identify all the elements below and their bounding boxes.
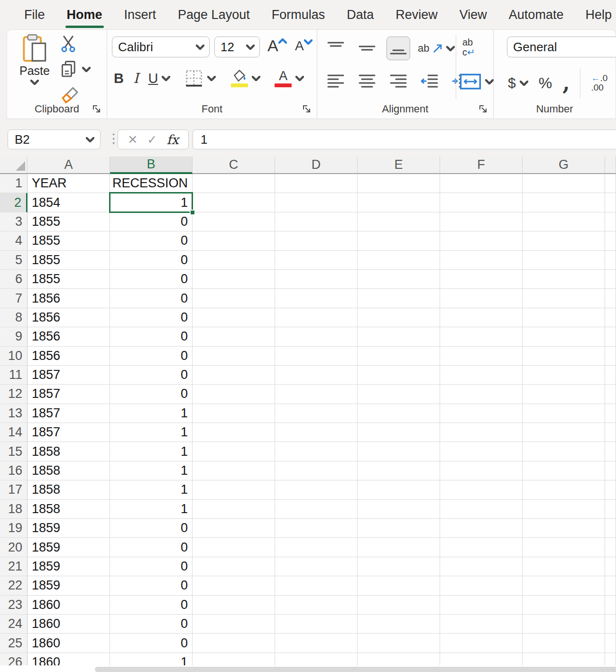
cell-C14[interactable] [193, 423, 275, 442]
cell-A8[interactable]: 1856 [28, 308, 110, 327]
cell-F7[interactable] [440, 289, 523, 308]
cell-F15[interactable] [440, 442, 523, 461]
cell-A1[interactable]: YEAR [28, 174, 110, 193]
cell-F8[interactable] [440, 308, 523, 327]
cell-E6[interactable] [358, 270, 440, 289]
cell-C13[interactable] [193, 404, 275, 423]
row-header-12[interactable]: 12 [0, 385, 28, 404]
cell-F4[interactable] [440, 231, 523, 250]
cell-G9[interactable] [523, 327, 605, 346]
merge-center-button[interactable] [460, 74, 494, 90]
cell-partial-2[interactable] [605, 193, 616, 212]
fill-color-button[interactable] [231, 69, 260, 87]
cell-G22[interactable] [523, 576, 605, 595]
cell-B1[interactable]: RECESSION [110, 174, 193, 193]
font-color-button[interactable]: A [275, 70, 304, 87]
cell-partial-10[interactable] [605, 347, 616, 366]
cell-E24[interactable] [358, 615, 440, 634]
row-header-3[interactable]: 3 [0, 212, 28, 231]
cell-E13[interactable] [358, 404, 440, 423]
enter-icon[interactable]: ✓ [147, 133, 157, 147]
row-header-17[interactable]: 17 [0, 480, 28, 499]
cell-G19[interactable] [523, 519, 605, 538]
formula-bar-input[interactable]: 1 [193, 129, 616, 149]
row-header-15[interactable]: 15 [0, 442, 28, 461]
tab-data[interactable]: Data [336, 0, 385, 29]
cell-B16[interactable]: 1 [110, 461, 193, 480]
cell-B13[interactable]: 1 [110, 404, 193, 423]
cell-A9[interactable]: 1856 [28, 327, 110, 346]
cell-E2[interactable] [358, 193, 440, 212]
cell-C6[interactable] [193, 270, 275, 289]
tab-home[interactable]: Home [56, 0, 113, 29]
cell-D19[interactable] [275, 519, 358, 538]
cell-F17[interactable] [440, 480, 523, 499]
row-header-6[interactable]: 6 [0, 270, 28, 289]
copy-dropdown-icon[interactable] [82, 67, 91, 72]
percent-style-button[interactable]: % [539, 74, 552, 92]
cell-B19[interactable]: 0 [110, 519, 193, 538]
cell-G5[interactable] [523, 251, 605, 270]
row-header-4[interactable]: 4 [0, 231, 28, 250]
cell-C8[interactable] [193, 308, 275, 327]
cell-B15[interactable]: 1 [110, 442, 193, 461]
cell-F13[interactable] [440, 404, 523, 423]
cell-F18[interactable] [440, 500, 523, 519]
tab-formulas[interactable]: Formulas [261, 0, 336, 29]
decrease-indent-button[interactable] [418, 70, 441, 93]
format-painter-button[interactable] [60, 86, 91, 104]
cell-partial-23[interactable] [605, 596, 616, 615]
cell-D4[interactable] [275, 231, 358, 250]
cell-A20[interactable]: 1859 [28, 538, 110, 557]
cell-E8[interactable] [358, 308, 440, 327]
cell-A5[interactable]: 1855 [28, 251, 110, 270]
cell-partial-8[interactable] [605, 308, 616, 327]
cell-G12[interactable] [523, 385, 605, 404]
row-header-21[interactable]: 21 [0, 557, 28, 576]
paste-dropdown-icon[interactable] [30, 80, 39, 85]
column-header-G[interactable]: G [523, 156, 605, 174]
row-header-5[interactable]: 5 [0, 251, 28, 270]
row-header-2[interactable]: 2 [0, 193, 28, 212]
cell-C4[interactable] [193, 231, 275, 250]
cell-G23[interactable] [523, 596, 605, 615]
cell-A19[interactable]: 1859 [28, 519, 110, 538]
cell-partial-20[interactable] [605, 538, 616, 557]
cell-C20[interactable] [193, 538, 275, 557]
align-bottom-button[interactable] [386, 37, 410, 60]
cell-partial-16[interactable] [605, 461, 616, 480]
cell-F12[interactable] [440, 385, 523, 404]
cell-E18[interactable] [358, 500, 440, 519]
cell-G3[interactable] [523, 212, 605, 231]
cell-C2[interactable] [193, 193, 275, 212]
cell-B11[interactable]: 0 [110, 366, 193, 385]
cell-A17[interactable]: 1858 [28, 480, 110, 499]
row-header-24[interactable]: 24 [0, 615, 28, 634]
paste-button[interactable]: Paste [13, 34, 56, 87]
cell-D6[interactable] [275, 270, 358, 289]
cell-B22[interactable]: 0 [110, 576, 193, 595]
cell-F16[interactable] [440, 461, 523, 480]
cell-B20[interactable]: 0 [110, 538, 193, 557]
cell-D16[interactable] [275, 461, 358, 480]
cell-A14[interactable]: 1857 [28, 423, 110, 442]
cell-partial-5[interactable] [605, 251, 616, 270]
cell-B12[interactable]: 0 [110, 385, 193, 404]
cell-A3[interactable]: 1855 [28, 212, 110, 231]
row-header-22[interactable]: 22 [0, 576, 28, 595]
tab-file[interactable]: File [13, 0, 56, 29]
cell-E7[interactable] [358, 289, 440, 308]
column-header-A[interactable]: A [28, 156, 110, 174]
row-header-14[interactable]: 14 [0, 423, 28, 442]
column-header-B[interactable]: B [110, 156, 193, 174]
cell-D1[interactable] [275, 174, 358, 193]
insert-function-icon[interactable]: fx [167, 132, 179, 147]
cell-A22[interactable]: 1859 [28, 576, 110, 595]
cell-partial-4[interactable] [605, 231, 616, 250]
clipboard-dialog-launcher[interactable] [92, 104, 102, 114]
underline-button[interactable]: U [148, 71, 170, 86]
cell-D15[interactable] [275, 442, 358, 461]
cell-B8[interactable]: 0 [110, 308, 193, 327]
tab-page-layout[interactable]: Page Layout [167, 0, 261, 29]
tab-help[interactable]: Help [574, 0, 616, 29]
